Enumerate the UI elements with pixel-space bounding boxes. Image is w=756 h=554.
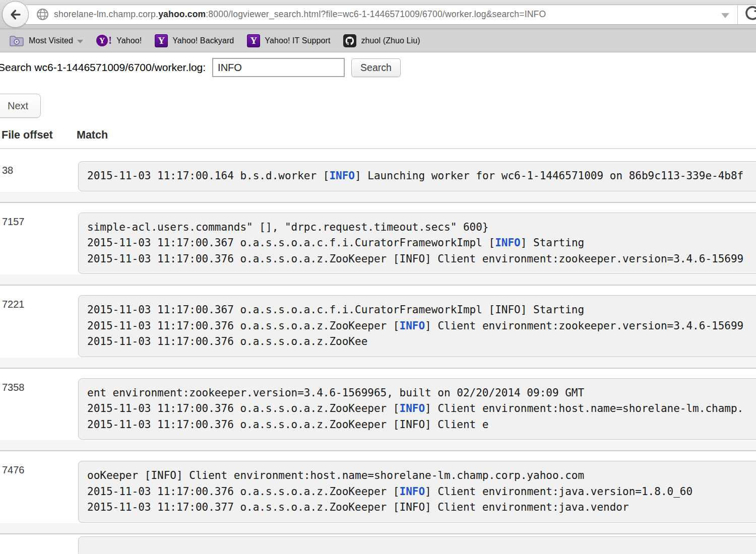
bookmark-yahoo-it-support[interactable]: Y Yahoo! IT Support [243,32,334,49]
bookmark-zhuol-github[interactable]: zhuol (Zhuo Liu) [339,32,424,49]
search-label: Search wc6-1-1446571009/6700/worker.log: [0,61,206,74]
url-domain: yahoo.com [158,9,206,19]
url-dropdown-icon[interactable] [721,13,729,18]
yahoo-bang-icon: Y! [96,34,112,47]
log-match-text: ooKeeper [INFO] Client environment:host.… [78,461,756,523]
log-match-text: ent environment:zookeeper.version=3.4.6-… [78,378,756,440]
search-match-highlight: INFO [400,320,425,332]
search-match-highlight: INFO [329,170,355,182]
chevron-down-icon [77,40,83,43]
url-bar[interactable]: shorelane-lm.champ.corp.yahoo.com:8000/l… [24,5,756,25]
back-arrow-icon [7,6,24,23]
search-match-highlight: INFO [495,237,521,249]
file-offset-value: 7221 [0,295,78,357]
table-row: 7157simple-acl.users.commands" [], "drpc… [0,203,756,286]
match-table-body: 382015-11-03 11:17:00.164 b.s.d.worker [… [0,149,756,554]
file-offset-value: 7358 [0,378,78,440]
browser-toolbar: shorelane-lm.champ.corp.yahoo.com:8000/l… [0,0,756,29]
table-row: 72212015-11-03 11:17:00.367 o.a.s.s.o.a.… [0,286,756,369]
log-match-text: 2015-11-03 11:17:00.367 o.a.s.s.o.a.c.f.… [78,295,756,357]
bookmarks-bar: Most Visited Y! Yahoo! Y Yahoo! Backyard… [0,29,756,52]
file-offset-value: 7157 [0,213,78,274]
next-button[interactable]: Next [0,94,41,118]
folder-gear-icon [9,35,24,47]
row-divider [0,440,756,451]
bookmark-label: zhuol (Zhuo Liu) [361,36,420,45]
file-offset-value: 38 [0,161,78,191]
bookmark-yahoo-backyard[interactable]: Y Yahoo! Backyard [151,32,238,49]
bookmark-label: Yahoo! IT Support [265,36,330,45]
table-row: 7476ooKeeper [INFO] Client environment:h… [0,451,756,534]
bookmark-label: Most Visited [29,36,73,45]
bookmark-most-visited[interactable]: Most Visited [5,33,87,49]
yahoo-y-icon: Y [247,34,260,47]
row-divider [0,358,756,369]
table-row [0,534,756,554]
match-header: Match [77,129,108,142]
log-match-text: simple-acl.users.commands" [], "drpc.req… [78,213,756,274]
bookmark-label: Yahoo! Backyard [172,36,234,45]
row-divider [0,523,756,534]
log-match-text: 2015-11-03 11:17:00.164 b.s.d.worker [IN… [78,161,756,191]
globe-icon [36,8,49,21]
github-icon [343,34,356,47]
url-bar-divider [737,5,738,25]
back-button[interactable] [2,1,29,28]
table-header-row: File offset Match [0,129,756,149]
search-input[interactable] [212,58,345,77]
bookmark-label: Yahoo! [116,36,142,45]
bookmark-yahoo[interactable]: Y! Yahoo! [92,32,146,49]
search-button[interactable]: Search [351,58,401,77]
row-divider [0,274,756,286]
table-row: 7358ent environment:zookeeper.version=3.… [0,369,756,452]
url-text: shorelane-lm.champ.corp.yahoo.com:8000/l… [54,9,546,20]
file-offset-header: File offset [0,129,77,142]
search-match-highlight: INFO [400,486,425,498]
search-match-highlight: INFO [400,402,425,414]
file-offset-value: 7476 [0,461,78,523]
reload-icon [744,5,756,22]
log-match-text [78,536,756,554]
yahoo-y-icon: Y [155,34,168,47]
reload-button[interactable] [744,5,756,24]
logviewer-page: Search wc6-1-1446571009/6700/worker.log:… [0,56,756,554]
table-row: 382015-11-03 11:17:00.164 b.s.d.worker [… [0,149,756,203]
row-divider [0,192,756,203]
search-form: Search wc6-1-1446571009/6700/worker.log:… [0,56,756,79]
file-offset-value [0,536,78,554]
